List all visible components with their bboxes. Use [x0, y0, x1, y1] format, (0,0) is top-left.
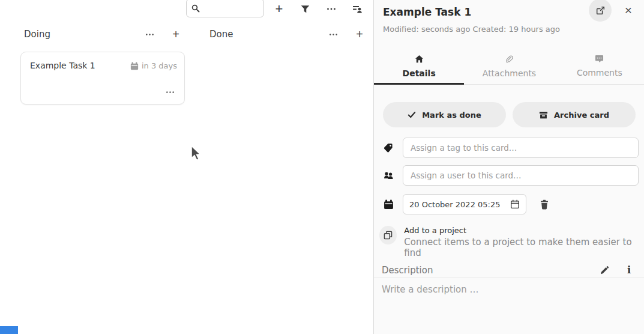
- description-label: Description: [382, 265, 433, 276]
- search-box[interactable]: [186, 0, 264, 17]
- tab-label: Comments: [577, 68, 622, 77]
- calendar-outline-icon[interactable]: [510, 199, 520, 209]
- column-name: Doing: [24, 29, 50, 40]
- project-icon: [379, 226, 397, 244]
- mouse-cursor: [190, 145, 202, 165]
- detail-title: Example Task 1: [383, 6, 471, 18]
- tab-label: Attachments: [483, 68, 536, 78]
- calendar-icon: [374, 199, 403, 210]
- task-card[interactable]: Example Task 1 in 3 days: [20, 52, 185, 105]
- archive-card-button[interactable]: Archive card: [513, 102, 636, 127]
- column-header-doing: Doing +: [5, 25, 185, 43]
- tag-input[interactable]: [403, 138, 639, 158]
- column-add-card-button[interactable]: +: [169, 27, 183, 41]
- description-header: Description i: [374, 264, 644, 278]
- card-actions: Mark as done Archive card: [383, 102, 636, 127]
- due-date-row: 20 October 2022 05:25: [374, 194, 644, 214]
- add-to-project-row[interactable]: Add to a project Connect items to a proj…: [379, 225, 639, 258]
- search-icon: [191, 4, 200, 13]
- detail-meta: Modified: seconds ago Created: 19 hours …: [383, 25, 560, 34]
- check-icon: [408, 111, 416, 119]
- column-more-icon[interactable]: [142, 27, 157, 41]
- info-icon[interactable]: i: [622, 263, 636, 276]
- card-title: Example Task 1: [30, 61, 130, 70]
- edit-icon[interactable]: [597, 264, 612, 277]
- column-add-card-button[interactable]: +: [352, 27, 367, 41]
- mark-as-done-button[interactable]: Mark as done: [383, 102, 506, 127]
- accent-rect: [0, 326, 18, 334]
- filter-icon[interactable]: [296, 1, 313, 17]
- open-in-new-icon[interactable]: [589, 0, 612, 22]
- column-header-done: Done +: [190, 25, 369, 43]
- description-input[interactable]: Write a description …: [382, 284, 634, 332]
- tag-assign-row: [374, 138, 644, 158]
- comments-icon: [595, 55, 604, 63]
- card-due-date: in 3 days: [130, 61, 177, 70]
- home-icon: [415, 55, 424, 64]
- users-icon: [374, 171, 403, 180]
- user-assign-row: [374, 165, 644, 186]
- trash-icon[interactable]: [537, 196, 552, 212]
- project-title: Add to a project: [404, 226, 639, 235]
- attachment-icon: [505, 55, 513, 64]
- more-options-icon[interactable]: [323, 1, 340, 17]
- user-input[interactable]: [403, 165, 639, 186]
- close-icon[interactable]: ×: [620, 2, 637, 19]
- column-more-icon[interactable]: [326, 27, 340, 41]
- tab-comments[interactable]: Comments: [555, 52, 644, 84]
- assignee-list-icon[interactable]: [349, 1, 366, 17]
- calendar-icon: [130, 62, 139, 70]
- tab-details[interactable]: Details: [374, 52, 464, 84]
- detail-pane: Example Task 1 Modified: seconds ago Cre…: [373, 0, 644, 334]
- tag-icon: [374, 143, 403, 153]
- divider: [374, 278, 644, 278]
- card-more-icon[interactable]: [163, 86, 177, 98]
- search-input[interactable]: [203, 4, 257, 13]
- tab-attachments[interactable]: Attachments: [464, 52, 554, 84]
- project-subtitle: Connect items to a project to make them …: [404, 237, 639, 258]
- detail-tabs: Details Attachments Comments: [374, 52, 644, 85]
- archive-icon: [539, 111, 548, 120]
- add-card-button[interactable]: +: [271, 1, 287, 17]
- due-date-value: 20 October 2022 05:25: [409, 200, 510, 209]
- kanban-app: + Doing + Done +: [0, 0, 644, 334]
- column-name: Done: [209, 29, 233, 40]
- due-date-picker[interactable]: 20 October 2022 05:25: [403, 194, 526, 214]
- tab-label: Details: [403, 68, 436, 78]
- board-pane: + Doing + Done +: [0, 0, 373, 334]
